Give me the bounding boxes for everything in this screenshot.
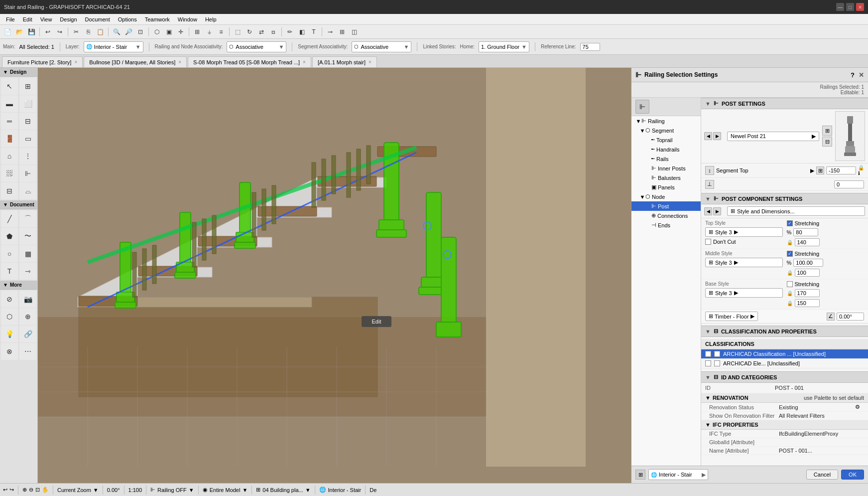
tree-connections[interactable]: ⊕ Connections (631, 211, 701, 220)
tb-mirror[interactable]: ⇄ (256, 26, 267, 37)
tab-morph[interactable]: S-08 Morph Tread 05 [S-08 Morph Tread ..… (188, 56, 311, 67)
top-style-dropdown[interactable]: ⊞ Style 3 ▶ (705, 227, 783, 237)
top-stretch-cb[interactable]: ✓ (787, 220, 793, 226)
tool-mesh[interactable]: ⋮ (19, 148, 36, 165)
tb-snap[interactable]: ✛ (175, 26, 186, 37)
tb-new[interactable]: 📄 (2, 26, 13, 37)
tool-slab[interactable]: ▭ (19, 130, 36, 147)
tool-hotlink[interactable]: 🔗 (19, 326, 36, 342)
tb-fill[interactable]: ◧ (296, 26, 307, 37)
tb-text[interactable]: T (308, 26, 319, 37)
top-pct-input[interactable] (793, 228, 818, 236)
railing-assoc-select[interactable]: ⬡ Associative ▼ (227, 41, 286, 52)
menu-teamwork[interactable]: Teamwork (141, 15, 174, 23)
tool-column[interactable]: ⬜ (19, 95, 36, 112)
tb-pen[interactable]: ✏ (284, 26, 295, 37)
menu-document[interactable]: Document (81, 15, 114, 23)
ok-button[interactable]: OK (841, 470, 864, 480)
tb-redo[interactable]: ↪ (54, 26, 65, 37)
tree-rails[interactable]: ╾ Rails (631, 154, 701, 164)
status-angle[interactable]: 0.00° (107, 487, 120, 493)
tool-wall[interactable]: ▬ (1, 95, 18, 112)
post-preview-icon2[interactable]: ⊟ (822, 137, 832, 147)
railing-toggle[interactable]: ▼ (635, 118, 641, 124)
tool-select[interactable]: ↖ (1, 78, 18, 95)
tb-dim[interactable]: ⊸ (325, 26, 336, 37)
tb-save[interactable]: 💾 (26, 26, 37, 37)
pcs-nav-prev[interactable]: ◀ (704, 207, 712, 215)
status-edit-mode[interactable]: De (370, 487, 376, 493)
pcs-nav-next[interactable]: ▶ (713, 207, 721, 215)
menu-view[interactable]: View (36, 15, 56, 23)
node-toggle[interactable]: ▼ (639, 194, 645, 200)
classif-header[interactable]: ▼ ⊟ CLASSIFICATION AND PROPERTIES (701, 326, 868, 337)
ifc-collapse[interactable]: ▼ (705, 422, 711, 428)
tb-paste[interactable]: 📋 (95, 26, 106, 37)
pcs-collapse[interactable]: ▼ (705, 196, 711, 202)
dont-cut-cb[interactable] (705, 239, 711, 245)
tool-arc[interactable]: ⌒ (19, 210, 36, 227)
tb-level[interactable]: ⊞ (337, 26, 348, 37)
middle-style-dropdown[interactable]: ⊞ Style 3 ▶ (705, 258, 783, 267)
tool-spline[interactable]: 〜 (19, 228, 36, 245)
bottom-icon-btn[interactable]: ⊞ (635, 470, 645, 480)
tree-handrails[interactable]: ╾ Handrails (631, 145, 701, 154)
segment-assoc-select[interactable]: ⬡ Associative ▼ (352, 41, 411, 52)
zoom-in-icon[interactable]: ⊕ (22, 487, 27, 493)
post-preview-icon1[interactable]: ⊞ (822, 126, 832, 136)
segment-top-icon[interactable]: ↕ (705, 166, 714, 175)
angle-input[interactable] (837, 313, 864, 321)
post-settings-header[interactable]: ▼ ⊩ POST SETTINGS (701, 98, 868, 109)
status-railing-off[interactable]: ⊩ Railing OFF ▼ (150, 487, 194, 493)
mid-stretch-cb[interactable]: ✓ (787, 251, 793, 257)
tree-balusters[interactable]: ⊩ Balusters (631, 173, 701, 182)
classif-row-1[interactable]: ARCHICAD Classification ... [Unclassifie… (701, 349, 868, 359)
tool-polygon[interactable]: ⬟ (1, 228, 18, 245)
tree-toprail[interactable]: ╾ Toprail (631, 135, 701, 145)
menu-options[interactable]: Options (114, 15, 141, 23)
classif-collapse[interactable]: ▼ (705, 329, 711, 334)
mid-val-input[interactable] (795, 269, 820, 277)
canvas-area[interactable]: Edit (38, 68, 631, 483)
tb-undo[interactable]: ↩ (42, 26, 53, 37)
post-settings-collapse[interactable]: ▼ (705, 101, 711, 107)
id-categories-header[interactable]: ▼ ⊟ ID AND CATEGORIES (701, 371, 868, 383)
tb-cut[interactable]: ✂ (71, 26, 82, 37)
tb-zoom-out[interactable]: 🔎 (123, 26, 134, 37)
classif-row-2[interactable]: ARCHICAD Ele... [Unclassified] (701, 359, 868, 368)
rss-help-btn[interactable]: ? (851, 71, 855, 79)
tab-bullnose[interactable]: Bullnose [3D / Marquee, All Stories] × (84, 56, 187, 67)
cancel-button[interactable]: Cancel (806, 470, 838, 480)
tool-curtain[interactable]: ⊟ (1, 182, 18, 199)
tab-morph-stair[interactable]: [A.01.1 Morph stair] × (312, 56, 377, 67)
tool-mesh2[interactable]: ⋯ (19, 343, 36, 360)
tool-shell[interactable]: ⌓ (19, 182, 36, 199)
style-dims-btn[interactable]: ⊞ Style and Dimensions... (727, 206, 865, 216)
status-story[interactable]: ⊞ 04 Building pla... ▼ (256, 487, 310, 493)
menu-edit[interactable]: Edit (19, 15, 36, 23)
maximize-button[interactable]: □ (846, 3, 854, 11)
zoom-out-icon[interactable]: ⊖ (29, 487, 33, 493)
tb-select[interactable]: ⬚ (232, 26, 243, 37)
tb-layer[interactable]: ⏚ (204, 26, 215, 37)
classif-cb1[interactable] (705, 351, 711, 357)
post-component-header[interactable]: ▼ ⊩ POST COMPONENT SETTINGS (701, 193, 868, 204)
tree-ends[interactable]: ⊣ Ends (631, 220, 701, 230)
tool-zoom[interactable]: ⊞ (19, 78, 36, 95)
nav-prev[interactable]: ◀ (704, 132, 712, 140)
menu-design[interactable]: Design (56, 15, 81, 23)
tree-railing[interactable]: ▼ ⊩ Railing (631, 116, 701, 126)
tool-window[interactable]: ⊟ (19, 113, 36, 130)
renovation-header-row[interactable]: ▼ RENOVATION use Palette to set default (701, 393, 868, 403)
id-collapse[interactable]: ▼ (705, 374, 711, 380)
status-entire-model[interactable]: ◉ Entire Model ▼ (203, 487, 248, 493)
tree-panels[interactable]: ▣ Panels (631, 182, 701, 192)
tool-object[interactable]: ⊕ (19, 308, 36, 325)
mid-pct-input[interactable] (793, 259, 823, 267)
tool-lamp[interactable]: 💡 (1, 326, 18, 342)
interior-stair-selector[interactable]: 🌐 Interior - Stair ▶ (648, 469, 708, 480)
nav-next[interactable]: ▶ (713, 132, 721, 140)
tb-zone[interactable]: ◫ (349, 26, 360, 37)
renovation-collapse[interactable]: ▼ (705, 395, 711, 401)
tab-morph-stair-close[interactable]: × (369, 59, 372, 65)
